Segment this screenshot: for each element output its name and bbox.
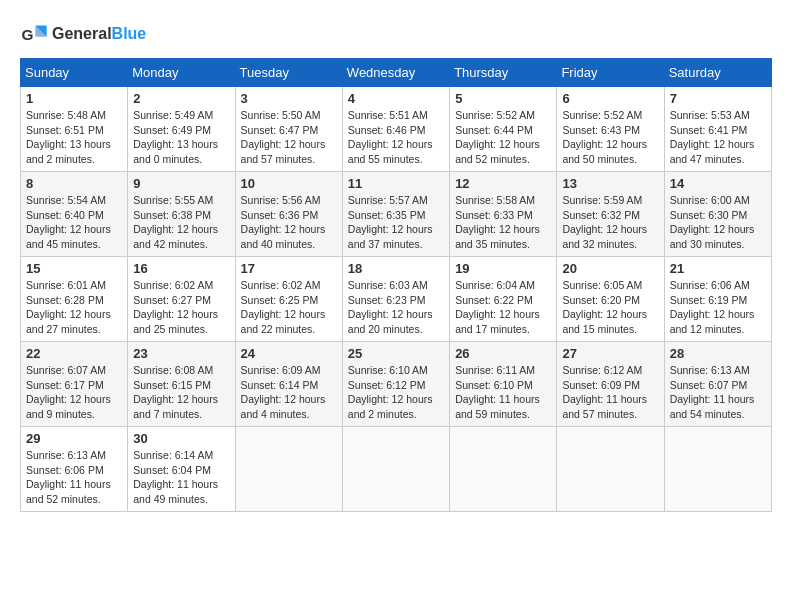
day-number: 16 bbox=[133, 261, 229, 276]
day-number: 26 bbox=[455, 346, 551, 361]
calendar-cell: 7Sunrise: 5:53 AM Sunset: 6:41 PM Daylig… bbox=[664, 87, 771, 172]
calendar-cell: 5Sunrise: 5:52 AM Sunset: 6:44 PM Daylig… bbox=[450, 87, 557, 172]
day-info: Sunrise: 5:49 AM Sunset: 6:49 PM Dayligh… bbox=[133, 108, 229, 167]
day-info: Sunrise: 6:07 AM Sunset: 6:17 PM Dayligh… bbox=[26, 363, 122, 422]
header-saturday: Saturday bbox=[664, 59, 771, 87]
day-number: 23 bbox=[133, 346, 229, 361]
calendar-cell: 24Sunrise: 6:09 AM Sunset: 6:14 PM Dayli… bbox=[235, 342, 342, 427]
day-number: 30 bbox=[133, 431, 229, 446]
day-number: 14 bbox=[670, 176, 766, 191]
calendar-cell: 12Sunrise: 5:58 AM Sunset: 6:33 PM Dayli… bbox=[450, 172, 557, 257]
day-info: Sunrise: 5:48 AM Sunset: 6:51 PM Dayligh… bbox=[26, 108, 122, 167]
day-info: Sunrise: 5:56 AM Sunset: 6:36 PM Dayligh… bbox=[241, 193, 337, 252]
day-number: 11 bbox=[348, 176, 444, 191]
calendar-cell: 1Sunrise: 5:48 AM Sunset: 6:51 PM Daylig… bbox=[21, 87, 128, 172]
header-friday: Friday bbox=[557, 59, 664, 87]
day-info: Sunrise: 5:54 AM Sunset: 6:40 PM Dayligh… bbox=[26, 193, 122, 252]
calendar-cell: 23Sunrise: 6:08 AM Sunset: 6:15 PM Dayli… bbox=[128, 342, 235, 427]
day-info: Sunrise: 6:14 AM Sunset: 6:04 PM Dayligh… bbox=[133, 448, 229, 507]
logo: G GeneralBlue bbox=[20, 20, 146, 48]
day-info: Sunrise: 5:51 AM Sunset: 6:46 PM Dayligh… bbox=[348, 108, 444, 167]
header-sunday: Sunday bbox=[21, 59, 128, 87]
days-header-row: SundayMondayTuesdayWednesdayThursdayFrid… bbox=[21, 59, 772, 87]
day-number: 9 bbox=[133, 176, 229, 191]
day-number: 28 bbox=[670, 346, 766, 361]
day-number: 8 bbox=[26, 176, 122, 191]
calendar-cell: 2Sunrise: 5:49 AM Sunset: 6:49 PM Daylig… bbox=[128, 87, 235, 172]
day-number: 1 bbox=[26, 91, 122, 106]
calendar-cell bbox=[342, 427, 449, 512]
day-number: 22 bbox=[26, 346, 122, 361]
day-info: Sunrise: 6:05 AM Sunset: 6:20 PM Dayligh… bbox=[562, 278, 658, 337]
calendar-cell: 21Sunrise: 6:06 AM Sunset: 6:19 PM Dayli… bbox=[664, 257, 771, 342]
calendar-cell: 9Sunrise: 5:55 AM Sunset: 6:38 PM Daylig… bbox=[128, 172, 235, 257]
day-number: 20 bbox=[562, 261, 658, 276]
day-number: 17 bbox=[241, 261, 337, 276]
day-number: 10 bbox=[241, 176, 337, 191]
calendar-cell: 14Sunrise: 6:00 AM Sunset: 6:30 PM Dayli… bbox=[664, 172, 771, 257]
calendar-cell: 15Sunrise: 6:01 AM Sunset: 6:28 PM Dayli… bbox=[21, 257, 128, 342]
day-number: 13 bbox=[562, 176, 658, 191]
calendar-cell: 18Sunrise: 6:03 AM Sunset: 6:23 PM Dayli… bbox=[342, 257, 449, 342]
day-info: Sunrise: 5:52 AM Sunset: 6:44 PM Dayligh… bbox=[455, 108, 551, 167]
day-number: 5 bbox=[455, 91, 551, 106]
day-info: Sunrise: 6:09 AM Sunset: 6:14 PM Dayligh… bbox=[241, 363, 337, 422]
day-info: Sunrise: 5:50 AM Sunset: 6:47 PM Dayligh… bbox=[241, 108, 337, 167]
calendar-cell: 8Sunrise: 5:54 AM Sunset: 6:40 PM Daylig… bbox=[21, 172, 128, 257]
day-info: Sunrise: 5:58 AM Sunset: 6:33 PM Dayligh… bbox=[455, 193, 551, 252]
calendar-cell: 26Sunrise: 6:11 AM Sunset: 6:10 PM Dayli… bbox=[450, 342, 557, 427]
calendar-cell: 22Sunrise: 6:07 AM Sunset: 6:17 PM Dayli… bbox=[21, 342, 128, 427]
day-info: Sunrise: 5:52 AM Sunset: 6:43 PM Dayligh… bbox=[562, 108, 658, 167]
calendar-cell: 19Sunrise: 6:04 AM Sunset: 6:22 PM Dayli… bbox=[450, 257, 557, 342]
day-info: Sunrise: 6:13 AM Sunset: 6:07 PM Dayligh… bbox=[670, 363, 766, 422]
day-number: 2 bbox=[133, 91, 229, 106]
calendar-cell: 25Sunrise: 6:10 AM Sunset: 6:12 PM Dayli… bbox=[342, 342, 449, 427]
calendar-cell bbox=[450, 427, 557, 512]
week-row-4: 22Sunrise: 6:07 AM Sunset: 6:17 PM Dayli… bbox=[21, 342, 772, 427]
day-number: 18 bbox=[348, 261, 444, 276]
header-thursday: Thursday bbox=[450, 59, 557, 87]
day-number: 12 bbox=[455, 176, 551, 191]
header-wednesday: Wednesday bbox=[342, 59, 449, 87]
calendar-cell: 3Sunrise: 5:50 AM Sunset: 6:47 PM Daylig… bbox=[235, 87, 342, 172]
svg-text:G: G bbox=[21, 26, 33, 43]
day-number: 3 bbox=[241, 91, 337, 106]
day-info: Sunrise: 6:02 AM Sunset: 6:25 PM Dayligh… bbox=[241, 278, 337, 337]
day-info: Sunrise: 6:11 AM Sunset: 6:10 PM Dayligh… bbox=[455, 363, 551, 422]
day-number: 21 bbox=[670, 261, 766, 276]
calendar-cell: 17Sunrise: 6:02 AM Sunset: 6:25 PM Dayli… bbox=[235, 257, 342, 342]
day-info: Sunrise: 6:02 AM Sunset: 6:27 PM Dayligh… bbox=[133, 278, 229, 337]
calendar-cell: 16Sunrise: 6:02 AM Sunset: 6:27 PM Dayli… bbox=[128, 257, 235, 342]
day-number: 25 bbox=[348, 346, 444, 361]
calendar-cell: 29Sunrise: 6:13 AM Sunset: 6:06 PM Dayli… bbox=[21, 427, 128, 512]
day-info: Sunrise: 6:03 AM Sunset: 6:23 PM Dayligh… bbox=[348, 278, 444, 337]
header-tuesday: Tuesday bbox=[235, 59, 342, 87]
day-info: Sunrise: 5:57 AM Sunset: 6:35 PM Dayligh… bbox=[348, 193, 444, 252]
calendar-cell: 6Sunrise: 5:52 AM Sunset: 6:43 PM Daylig… bbox=[557, 87, 664, 172]
day-number: 15 bbox=[26, 261, 122, 276]
day-number: 27 bbox=[562, 346, 658, 361]
day-number: 6 bbox=[562, 91, 658, 106]
day-info: Sunrise: 6:08 AM Sunset: 6:15 PM Dayligh… bbox=[133, 363, 229, 422]
day-info: Sunrise: 6:10 AM Sunset: 6:12 PM Dayligh… bbox=[348, 363, 444, 422]
page-header: G GeneralBlue bbox=[20, 20, 772, 48]
calendar-cell: 27Sunrise: 6:12 AM Sunset: 6:09 PM Dayli… bbox=[557, 342, 664, 427]
week-row-5: 29Sunrise: 6:13 AM Sunset: 6:06 PM Dayli… bbox=[21, 427, 772, 512]
calendar-cell: 10Sunrise: 5:56 AM Sunset: 6:36 PM Dayli… bbox=[235, 172, 342, 257]
day-number: 4 bbox=[348, 91, 444, 106]
week-row-1: 1Sunrise: 5:48 AM Sunset: 6:51 PM Daylig… bbox=[21, 87, 772, 172]
day-info: Sunrise: 6:12 AM Sunset: 6:09 PM Dayligh… bbox=[562, 363, 658, 422]
calendar-cell: 28Sunrise: 6:13 AM Sunset: 6:07 PM Dayli… bbox=[664, 342, 771, 427]
day-number: 24 bbox=[241, 346, 337, 361]
calendar-cell bbox=[557, 427, 664, 512]
calendar-cell: 4Sunrise: 5:51 AM Sunset: 6:46 PM Daylig… bbox=[342, 87, 449, 172]
calendar-cell: 11Sunrise: 5:57 AM Sunset: 6:35 PM Dayli… bbox=[342, 172, 449, 257]
day-info: Sunrise: 6:01 AM Sunset: 6:28 PM Dayligh… bbox=[26, 278, 122, 337]
week-row-3: 15Sunrise: 6:01 AM Sunset: 6:28 PM Dayli… bbox=[21, 257, 772, 342]
header-monday: Monday bbox=[128, 59, 235, 87]
calendar-table: SundayMondayTuesdayWednesdayThursdayFrid… bbox=[20, 58, 772, 512]
calendar-cell: 13Sunrise: 5:59 AM Sunset: 6:32 PM Dayli… bbox=[557, 172, 664, 257]
day-info: Sunrise: 6:06 AM Sunset: 6:19 PM Dayligh… bbox=[670, 278, 766, 337]
day-number: 19 bbox=[455, 261, 551, 276]
calendar-cell bbox=[664, 427, 771, 512]
